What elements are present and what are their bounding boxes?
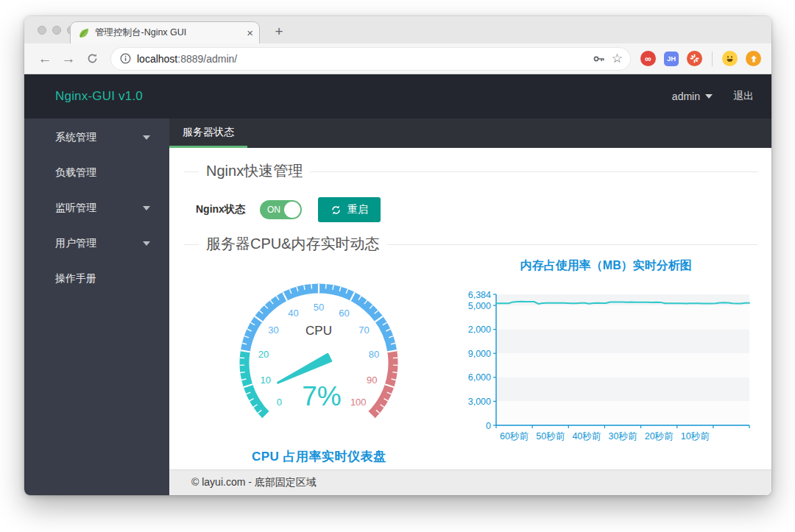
sidebar-item-users[interactable]: 用户管理 [24,226,169,261]
svg-text:20: 20 [258,349,269,360]
back-icon[interactable]: ← [35,49,55,69]
svg-text:70: 70 [359,324,370,336]
svg-text:10秒前: 10秒前 [681,431,710,441]
svg-text:40秒前: 40秒前 [573,431,601,441]
bookmark-star-icon[interactable]: ☆ [612,52,623,65]
upload-extension-icon[interactable] [746,51,761,66]
browser-tab[interactable]: 管理控制台-Nginx GUI × [70,21,260,43]
svg-text:10: 10 [261,375,271,386]
page-tab-bar: 服务器状态 [169,118,771,148]
svg-text:50秒前: 50秒前 [537,431,565,441]
svg-text:30: 30 [269,324,279,336]
restart-button[interactable]: 重启 [318,197,381,222]
refresh-icon [331,205,342,216]
user-menu[interactable]: admin [672,91,713,102]
reload-icon[interactable] [82,49,102,69]
tab-title: 管理控制台-Nginx GUI [95,26,241,39]
charts-row: 0102030405060708090100CPU7% CPU 占用率实时仪表盘… [184,249,758,465]
svg-text:40: 40 [289,308,299,319]
footer: © layui.com - 底部固定区域 [169,469,771,495]
info-icon[interactable] [120,53,131,64]
infinity-extension-icon[interactable]: ∞ [640,51,656,66]
nginx-status-label: Nginx状态 [196,203,245,216]
jh-extension-icon[interactable]: JH [664,52,679,66]
memory-chart-title: 内存占使用率（MB）实时分析图 [520,258,692,274]
svg-text:5,000: 5,000 [468,301,491,311]
username: admin [672,91,700,102]
section-quick-manage: Nginx快速管理 [184,171,758,172]
extensions-row: ∞ JH [640,51,764,66]
app-brand: Nginx-GUI v1.0 [55,89,143,104]
smiley-extension-icon[interactable] [722,51,738,66]
close-window-button[interactable] [38,26,46,35]
toggle-knob [284,202,300,218]
tab-close-icon[interactable]: × [247,27,253,38]
footer-text: © layui.com - 底部固定区域 [191,476,317,489]
url-text[interactable]: localhost:8889/admin/ [137,53,587,65]
sidebar-item-system[interactable]: 系统管理 [24,120,169,155]
logout-link[interactable]: 退出 [733,90,754,103]
toolbar-divider [712,52,713,66]
chevron-down-icon [143,241,150,246]
cpu-gauge-chart: 0102030405060708090100CPU7% [186,273,451,448]
svg-text:30秒前: 30秒前 [609,431,637,441]
memory-chart-cell: 内存占使用率（MB）实时分析图 6,3845,0002,0009,0006,00… [454,249,758,465]
desktop: 管理控制台-Nginx GUI × + ← → localho [0,0,795,532]
svg-text:60: 60 [339,308,350,319]
chevron-down-icon [143,135,150,140]
new-tab-button[interactable]: + [269,22,289,41]
address-bar[interactable]: localhost:8889/admin/ ☆ [111,48,630,70]
svg-text:0: 0 [486,421,491,431]
browser-tab-strip: 管理控制台-Nginx GUI × + [24,16,771,43]
sidebar: 系统管理 负载管理 监听管理 用户管理 操作手册 [24,118,169,495]
svg-text:100: 100 [350,397,367,408]
gauge-caption: CPU 占用率实时仪表盘 [252,448,386,465]
sidebar-item-manual[interactable]: 操作手册 [24,261,169,297]
sidebar-item-load[interactable]: 负载管理 [24,155,169,191]
shutter-extension-icon[interactable] [687,51,702,66]
svg-text:6,000: 6,000 [468,372,491,383]
svg-text:80: 80 [369,349,379,360]
nginx-status-toggle[interactable]: ON [260,200,302,219]
section-monitor: 服务器CPU&内存实时动态 [184,244,758,245]
tab-server-status[interactable]: 服务器状态 [169,118,247,148]
svg-text:7%: 7% [303,381,342,411]
browser-window: 管理控制台-Nginx GUI × + ← → localho [24,16,771,495]
section-title: Nginx快速管理 [199,161,310,181]
svg-text:50: 50 [314,302,324,313]
sidebar-item-listen[interactable]: 监听管理 [24,191,169,226]
svg-text:3,000: 3,000 [468,397,491,407]
app-header: Nginx-GUI v1.0 admin 退出 [24,74,771,118]
chevron-down-icon [705,94,713,99]
forward-icon[interactable]: → [58,49,79,69]
svg-text:90: 90 [367,375,377,386]
chevron-down-icon [143,206,150,210]
leaf-favicon-icon [78,27,90,39]
section-title: 服务器CPU&内存实时动态 [199,234,387,254]
svg-text:60秒前: 60秒前 [500,431,529,441]
svg-text:CPU: CPU [305,324,332,338]
minimize-window-button[interactable] [52,26,61,35]
cpu-gauge-cell: 0102030405060708090100CPU7% CPU 占用率实时仪表盘 [184,249,454,465]
key-icon[interactable] [593,52,606,65]
browser-toolbar: ← → localhost:8889/admin/ [24,43,771,74]
svg-text:2,000: 2,000 [468,324,491,335]
svg-text:0: 0 [277,397,282,408]
svg-text:6,384: 6,384 [468,290,491,300]
svg-text:9,000: 9,000 [468,349,491,359]
memory-line-chart: 6,3845,0002,0009,0006,0003,000060秒前50秒前4… [455,284,757,452]
main-panel: Nginx快速管理 Nginx状态 ON [169,148,771,469]
nginx-status-row: Nginx状态 ON 重启 [196,197,758,222]
svg-text:20秒前: 20秒前 [645,431,674,441]
